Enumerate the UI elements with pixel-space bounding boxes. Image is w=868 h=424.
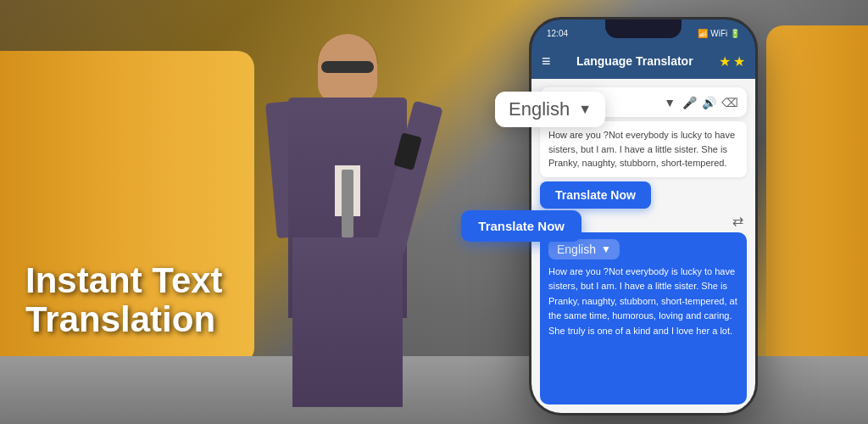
headline: Instant Text Translation [25,261,223,339]
person-figure [237,17,458,407]
headline-line1: Instant Text [25,261,223,300]
floating-lang-arrow: ▼ [578,102,592,117]
output-text-content: How are you ?Not everybody is lucky to h… [548,265,738,339]
signal-icon: 📶 [698,29,708,38]
floating-translate-button[interactable]: Translate Now [461,210,581,242]
battery-icon: 🔋 [730,29,740,38]
mic-icon[interactable]: 🎤 [682,96,697,109]
phone-time: 12:04 [547,29,568,38]
app-content: English ▼ 🎤 🔊 ⌫ How are you ?Not everybo… [531,79,755,413]
shuffle-icon[interactable]: ⇄ [732,213,743,229]
app-title: Language Translator [576,54,693,68]
output-lang-selector[interactable]: English ▼ [548,239,620,259]
floating-lang-label: English [509,98,570,120]
source-text-content: How are you ?Not everybody is lucky to h… [548,130,735,168]
source-text-area: How are you ?Not everybody is lucky to h… [540,121,747,177]
floating-lang-bubble[interactable]: English ▼ [495,92,605,127]
output-lang-label: English [557,243,596,256]
person-legs [292,237,403,407]
translate-button[interactable]: Translate Now [540,181,651,209]
star-icon-2: ★ [733,53,745,70]
phone-signal-icons: 📶 WiFi 🔋 [698,29,740,38]
wifi-icon: WiFi [710,29,727,38]
person-tie [342,170,353,237]
person-glasses [321,61,374,73]
output-section: English ▼ How are you ?Not everybody is … [540,232,747,405]
stars-container: ★ ★ [719,53,745,70]
headline-line2: Translation [25,300,223,339]
input-lang-arrow: ▼ [664,96,676,109]
menu-icon[interactable]: ≡ [542,53,551,70]
app-header: ≡ Language Translator ★ ★ [531,43,755,79]
phone-notch [605,20,682,38]
delete-icon[interactable]: ⌫ [721,96,738,109]
train-right [766,25,868,382]
star-icon-1: ★ [719,53,731,70]
speaker-icon[interactable]: 🔊 [702,96,716,109]
input-lang-icons: 🎤 🔊 ⌫ [682,96,738,109]
output-lang-arrow: ▼ [601,243,611,255]
